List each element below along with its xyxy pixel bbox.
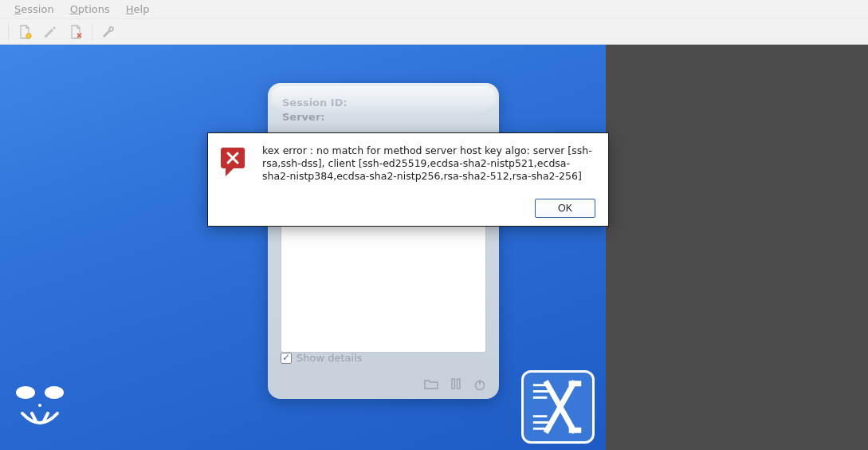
svg-point-0 <box>26 33 31 38</box>
svg-rect-10 <box>452 379 455 389</box>
new-session-button[interactable] <box>14 22 36 42</box>
toolbar-separator <box>92 23 92 41</box>
error-icon <box>219 146 249 176</box>
menu-help-label: elp <box>134 3 150 15</box>
pencil-icon <box>43 25 57 39</box>
x-letter-icon <box>527 376 589 438</box>
edit-session-button[interactable] <box>39 22 61 42</box>
panda-doodle <box>8 381 80 445</box>
delete-document-icon <box>68 24 84 40</box>
menu-session-label: ession <box>21 3 53 15</box>
svg-point-2 <box>46 388 62 397</box>
wrench-icon <box>100 24 116 40</box>
workspace: Session ID: Server: Show details <box>0 45 868 450</box>
folder-icon <box>424 378 438 389</box>
pause-icon <box>451 378 461 389</box>
menu-help[interactable]: Help <box>118 2 158 17</box>
svg-rect-11 <box>458 379 461 389</box>
menu-options[interactable]: Options <box>62 2 118 17</box>
desktop-background: Session ID: Server: Show details <box>0 45 606 450</box>
show-details-row[interactable]: Show details <box>281 352 486 364</box>
error-dialog: kex error : no match for method server h… <box>207 132 609 227</box>
folder-button[interactable] <box>424 378 438 391</box>
power-button[interactable] <box>473 378 486 391</box>
settings-button[interactable] <box>97 22 120 42</box>
toolbar <box>0 19 868 45</box>
svg-point-3 <box>38 404 41 407</box>
card-controls <box>424 378 486 391</box>
toolbar-separator <box>8 23 9 41</box>
show-details-label: Show details <box>297 352 363 364</box>
ok-button[interactable]: OK <box>535 199 595 218</box>
pause-button[interactable] <box>451 378 461 391</box>
menubar: Session Options Help <box>0 0 868 19</box>
menu-options-label: ptions <box>78 3 110 15</box>
delete-session-button[interactable] <box>65 22 87 42</box>
menu-session[interactable]: Session <box>6 2 62 17</box>
power-icon <box>473 378 486 391</box>
svg-point-1 <box>18 388 33 397</box>
server-label: Server: <box>282 110 485 124</box>
show-details-checkbox[interactable] <box>281 353 292 364</box>
session-id-label: Session ID: <box>282 96 485 110</box>
x2go-logo <box>521 370 595 444</box>
new-document-icon <box>17 24 33 40</box>
error-message: kex error : no match for method server h… <box>262 144 595 183</box>
session-card: Session ID: Server: Show details <box>268 83 499 399</box>
